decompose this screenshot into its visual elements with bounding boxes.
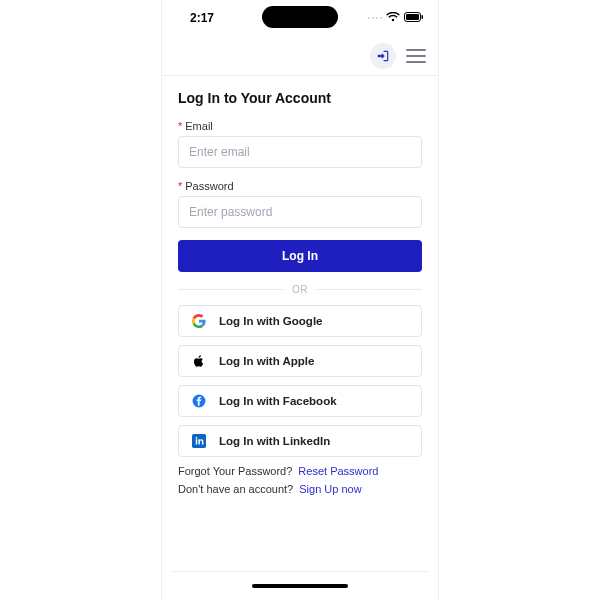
login-with-apple-button[interactable]: Log In with Apple	[178, 345, 422, 377]
hamburger-icon	[406, 49, 426, 51]
apple-button-label: Log In with Apple	[219, 355, 314, 367]
page-title: Log In to Your Account	[178, 90, 422, 106]
facebook-icon	[191, 393, 207, 409]
home-indicator[interactable]	[252, 584, 348, 588]
status-right	[368, 12, 425, 24]
login-icon-button[interactable]	[370, 43, 396, 69]
password-label: *Password	[178, 180, 422, 192]
signup-text: Don't have an account?	[178, 483, 293, 495]
login-with-linkedin-button[interactable]: Log In with LinkedIn	[178, 425, 422, 457]
google-button-label: Log In with Google	[219, 315, 322, 327]
svg-rect-1	[406, 14, 419, 20]
required-mark: *	[178, 120, 182, 132]
dynamic-island	[262, 6, 338, 28]
linkedin-icon	[191, 433, 207, 449]
divider-label: OR	[284, 284, 316, 295]
login-with-facebook-button[interactable]: Log In with Facebook	[178, 385, 422, 417]
apple-icon	[191, 353, 207, 369]
facebook-button-label: Log In with Facebook	[219, 395, 337, 407]
cellular-icon	[368, 17, 383, 20]
login-icon	[376, 49, 390, 63]
email-field[interactable]	[178, 136, 422, 168]
signup-row: Don't have an account? Sign Up now	[178, 483, 422, 495]
google-icon	[191, 313, 207, 329]
status-time: 2:17	[190, 11, 214, 25]
phone-frame: 2:17 Log In to Your Account *Ema	[161, 0, 439, 600]
svg-rect-2	[422, 15, 424, 19]
battery-icon	[404, 12, 424, 24]
required-mark: *	[178, 180, 182, 192]
forgot-password-row: Forgot Your Password? Reset Password	[178, 465, 422, 477]
status-bar: 2:17	[162, 0, 438, 36]
bottom-separator	[172, 571, 428, 588]
login-button[interactable]: Log In	[178, 240, 422, 272]
hamburger-menu[interactable]	[406, 49, 426, 63]
forgot-password-text: Forgot Your Password?	[178, 465, 292, 477]
linkedin-button-label: Log In with LinkedIn	[219, 435, 330, 447]
login-with-google-button[interactable]: Log In with Google	[178, 305, 422, 337]
top-nav	[162, 36, 438, 76]
wifi-icon	[386, 12, 400, 24]
login-form: Log In to Your Account *Email *Password …	[162, 76, 438, 505]
reset-password-link[interactable]: Reset Password	[298, 465, 378, 477]
email-label: *Email	[178, 120, 422, 132]
signup-link[interactable]: Sign Up now	[299, 483, 361, 495]
password-field[interactable]	[178, 196, 422, 228]
divider-or: OR	[178, 284, 422, 295]
